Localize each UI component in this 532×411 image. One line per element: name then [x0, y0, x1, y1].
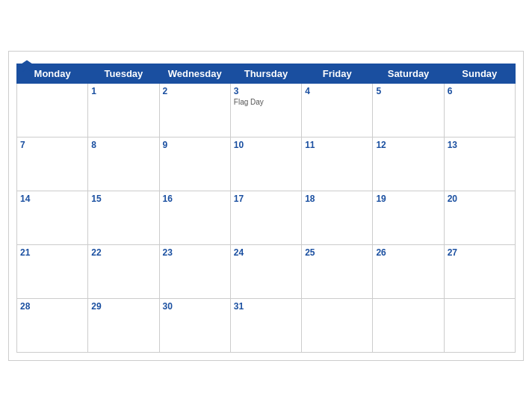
day-number: 28	[20, 301, 84, 312]
day-cell	[373, 298, 444, 352]
calendar-table: MondayTuesdayWednesdayThursdayFridaySatu…	[16, 64, 516, 353]
day-number: 31	[234, 301, 298, 312]
day-cell: 30	[159, 298, 230, 352]
day-cell	[444, 298, 515, 352]
weekday-header-tuesday: Tuesday	[88, 64, 159, 83]
day-cell: 15	[88, 191, 159, 244]
day-number: 6	[448, 86, 512, 96]
weekday-header-sunday: Sunday	[444, 64, 515, 83]
holiday-label: Flag Day	[234, 98, 298, 106]
day-number: 15	[91, 194, 155, 204]
day-cell: 1	[88, 83, 159, 137]
day-number: 27	[448, 247, 512, 258]
day-cell: 19	[373, 191, 444, 244]
week-row-1: 78910111213	[17, 137, 516, 191]
day-cell: 25	[302, 244, 373, 298]
day-cell: 2	[159, 83, 230, 137]
day-cell: 20	[444, 191, 515, 244]
day-cell: 21	[17, 244, 88, 298]
day-number: 17	[234, 194, 298, 204]
day-cell: 27	[444, 244, 515, 298]
week-row-4: 28293031	[17, 298, 516, 352]
logo-icon	[16, 59, 37, 74]
day-number: 24	[234, 247, 298, 258]
day-cell: 4	[302, 83, 373, 137]
day-cell: 10	[230, 137, 301, 191]
day-cell	[302, 298, 373, 352]
week-row-0: 123Flag Day456	[17, 83, 516, 137]
day-cell: 23	[159, 244, 230, 298]
calendar-wrapper: MondayTuesdayWednesdayThursdayFridaySatu…	[8, 51, 524, 361]
day-number: 3	[234, 86, 298, 96]
day-number: 13	[448, 140, 512, 150]
day-number: 25	[305, 247, 369, 258]
day-number: 18	[305, 194, 369, 204]
day-number: 20	[448, 194, 512, 204]
weekday-header-wednesday: Wednesday	[159, 64, 230, 83]
day-number: 5	[376, 86, 440, 96]
week-row-2: 14151617181920	[17, 191, 516, 244]
day-cell: 12	[373, 137, 444, 191]
day-number: 21	[20, 247, 84, 258]
day-cell: 13	[444, 137, 515, 191]
week-row-3: 21222324252627	[17, 244, 516, 298]
day-cell: 9	[159, 137, 230, 191]
weekday-header-friday: Friday	[302, 64, 373, 83]
day-cell: 11	[302, 137, 373, 191]
day-cell: 5	[373, 83, 444, 137]
day-cell	[17, 83, 88, 137]
day-number: 9	[163, 140, 227, 150]
day-cell: 24	[230, 244, 301, 298]
day-cell: 26	[373, 244, 444, 298]
day-cell: 28	[17, 298, 88, 352]
day-number: 16	[163, 194, 227, 204]
weekday-header-thursday: Thursday	[230, 64, 301, 83]
day-number: 12	[376, 140, 440, 150]
day-number: 29	[91, 301, 155, 312]
weekday-header-saturday: Saturday	[373, 64, 444, 83]
day-number: 10	[234, 140, 298, 150]
day-number: 11	[305, 140, 369, 150]
day-cell: 17	[230, 191, 301, 244]
day-number: 22	[91, 247, 155, 258]
day-number: 1	[91, 86, 155, 96]
day-number: 4	[305, 86, 369, 96]
day-cell: 18	[302, 191, 373, 244]
day-cell: 8	[88, 137, 159, 191]
day-cell: 3Flag Day	[230, 83, 301, 137]
day-number: 30	[163, 301, 227, 312]
day-number: 23	[163, 247, 227, 258]
day-cell: 6	[444, 83, 515, 137]
day-cell: 22	[88, 244, 159, 298]
weekday-header-row: MondayTuesdayWednesdayThursdayFridaySatu…	[17, 64, 516, 83]
day-number: 2	[163, 86, 227, 96]
day-cell: 31	[230, 298, 301, 352]
day-number: 26	[376, 247, 440, 258]
day-number: 8	[91, 140, 155, 150]
day-cell: 7	[17, 137, 88, 191]
logo-area	[16, 59, 37, 74]
day-cell: 14	[17, 191, 88, 244]
day-number: 7	[20, 140, 84, 150]
day-number: 14	[20, 194, 84, 204]
day-cell: 29	[88, 298, 159, 352]
day-cell: 16	[159, 191, 230, 244]
day-number: 19	[376, 194, 440, 204]
svg-marker-0	[17, 60, 36, 72]
